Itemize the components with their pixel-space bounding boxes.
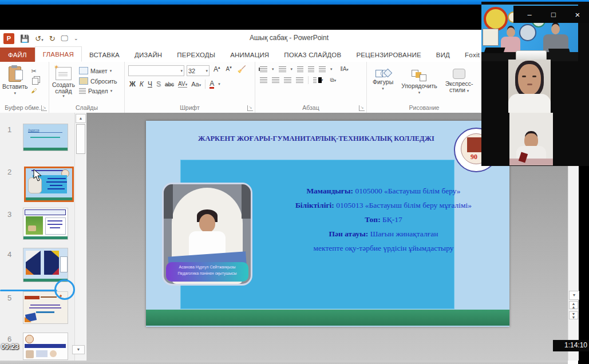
new-slide-button[interactable]: Создать слайд▾ — [52, 64, 75, 98]
thumb-scroll-thumb[interactable] — [76, 124, 85, 154]
thumb-scroll-up-icon[interactable]: ▲ — [76, 114, 86, 123]
photo-caption: Асанова Нұргүл Сейтжанқызы Педагогика пә… — [166, 262, 248, 282]
copy-icon[interactable] — [32, 78, 38, 85]
thumbnail-scrollbar[interactable]: ▲ — [74, 113, 85, 361]
paste-icon — [9, 66, 21, 82]
text-shadow-button[interactable]: S — [156, 80, 161, 88]
slide-thumb-4[interactable] — [23, 248, 68, 282]
italic-button[interactable]: К — [140, 80, 144, 88]
smartart-icon[interactable]: ⧉▾ — [330, 77, 337, 84]
tab-transitions[interactable]: ПЕРЕХОДЫ — [169, 48, 223, 62]
annotation-line — [0, 290, 57, 291]
maximize-button[interactable]: □ — [548, 10, 559, 19]
thumb1-title: Аңдатпа — [28, 128, 39, 132]
bold-button[interactable]: Ж — [129, 80, 136, 88]
slide-line-3: Топ: БҚ-17 — [260, 215, 507, 224]
participant2-desk — [509, 159, 553, 165]
change-case-button[interactable]: Aa▾ — [191, 81, 201, 88]
clipboard-dialog-launcher[interactable]: ↘ — [41, 105, 47, 111]
thumb-number-1: 1 — [7, 125, 11, 134]
justify-icon[interactable] — [296, 77, 303, 83]
font-dialog-launcher[interactable]: ↘ — [247, 105, 253, 111]
close-button[interactable]: × — [572, 10, 583, 19]
video-feed-participant-1 — [508, 60, 551, 113]
tab-view[interactable]: ВИД — [429, 48, 457, 62]
thumb-number-3: 3 — [7, 210, 11, 219]
recording-clock-overlay: 09:23 — [1, 343, 19, 351]
building-emblem — [483, 29, 499, 46]
align-center-icon[interactable] — [272, 77, 279, 83]
align-right-icon[interactable] — [284, 77, 291, 83]
increase-indent-icon[interactable] — [308, 66, 314, 72]
arrange-button[interactable]: Упорядочить▾ — [401, 65, 437, 95]
group-label-drawing: Рисование — [367, 104, 481, 111]
tab-design[interactable]: ДИЗАЙН — [127, 48, 169, 62]
tab-home[interactable]: ГЛАВНАЯ — [35, 46, 82, 62]
clear-formatting-icon[interactable]: 🧹 — [236, 65, 248, 76]
notes-splitter[interactable] — [0, 361, 568, 364]
font-name-combo[interactable]: ▾ — [128, 65, 184, 76]
slide-line-2: Біліктілігі: 0105013 «Бастауыш білім бер… — [260, 201, 507, 210]
tab-file[interactable]: ФАЙЛ — [0, 48, 35, 62]
underline-button[interactable]: Ч — [148, 80, 152, 88]
text-direction-icon[interactable]: ‖A▾ — [341, 66, 349, 72]
columns-icon[interactable] — [313, 77, 317, 83]
section-button[interactable]: Раздел▾ — [79, 88, 117, 94]
scroll-down-icon[interactable]: ▼ — [569, 291, 579, 300]
strikethrough-button[interactable]: abc — [165, 81, 174, 88]
next-slide-button[interactable]: ▼▼ — [569, 311, 578, 319]
char-spacing-button[interactable]: AV▾ — [178, 81, 187, 88]
bullets-icon[interactable] — [260, 66, 267, 72]
new-slide-icon — [56, 67, 72, 80]
minimize-button[interactable]: – — [524, 10, 535, 19]
decrease-indent-icon[interactable] — [297, 66, 303, 72]
format-painter-icon[interactable]: 🖌 — [31, 88, 38, 94]
person-right-head — [551, 24, 560, 34]
slide-title: ЖАРКЕНТ ЖОҒАРЫ-ГУМАНИТАРЛЫҚ-ТЕХНИКАЛЫҚ К… — [169, 134, 464, 143]
group-paragraph: ▾ ▾ ▾ ‖A▾ ▾ ⧉▾ Абзац ↘ — [255, 62, 367, 113]
cut-icon[interactable]: ✂ — [31, 68, 38, 75]
tab-insert[interactable]: ВСТАВКА — [82, 48, 127, 62]
quick-styles-button[interactable]: Экспресс- стили ▾ — [445, 65, 473, 95]
font-size-combo[interactable]: 32▾ — [187, 65, 209, 76]
video-call-titlebar: – □ × — [513, 6, 589, 23]
slide-thumb-3[interactable] — [23, 208, 68, 240]
grow-font-button[interactable]: А▴ — [212, 65, 222, 76]
group-font: ▾ 32▾ А▴ А▾ 🧹 Ж К Ч S abc AV▾ Aa▾ А▾ — [125, 62, 255, 113]
tab-review[interactable]: РЕЦЕНЗИРОВАНИЕ — [349, 48, 428, 62]
participant1-face — [518, 64, 541, 95]
section-icon — [79, 88, 86, 94]
paste-button[interactable]: Вставить▾ — [2, 63, 28, 96]
thumb-number-5: 5 — [7, 294, 11, 302]
emblem-circle-1 — [484, 7, 508, 31]
slide-thumb-2-selected[interactable] — [24, 167, 74, 202]
line-spacing-icon[interactable] — [319, 66, 326, 72]
shapes-button[interactable]: Фигуры▾ — [373, 65, 393, 95]
font-color-button[interactable]: А — [209, 80, 214, 89]
screen: P 💾 ↺▾ ↻ 🖵 ⌄ Ашық сабақ - PowerPoint ФАЙ… — [0, 0, 589, 364]
slide-thumb-1[interactable]: Аңдатпа — [23, 124, 68, 151]
numbering-icon[interactable] — [279, 66, 286, 72]
previous-slide-button[interactable]: ▲▲ — [569, 301, 578, 309]
emblem-circle-5 — [519, 24, 536, 41]
video-feed-participant-2 — [509, 113, 553, 165]
participant1-shirt — [508, 94, 551, 113]
tab-slideshow[interactable]: ПОКАЗ СЛАЙДОВ — [276, 48, 349, 62]
quick-styles-icon — [453, 69, 465, 79]
annotation-circle — [54, 279, 75, 300]
slide-thumb-6[interactable] — [23, 333, 68, 360]
paragraph-dialog-launcher[interactable]: ↘ — [359, 105, 365, 111]
thumb-number-2: 2 — [7, 168, 11, 176]
teacher-photo: Асанова Нұргүл Сейтжанқызы Педагогика пә… — [162, 183, 252, 286]
slide[interactable]: ЖАРКЕНТ ЖОҒАРЫ-ГУМАНИТАРЛЫҚ-ТЕХНИКАЛЫҚ К… — [146, 121, 509, 327]
shrink-font-button[interactable]: А▾ — [224, 65, 234, 76]
reset-button[interactable]: Сбросить — [79, 77, 117, 85]
group-slides: Создать слайд▾ Макет▾ Сбросить Раздел▾ С… — [49, 62, 125, 113]
person-left-head — [507, 27, 515, 37]
align-left-icon[interactable] — [260, 77, 267, 83]
arrange-icon — [412, 69, 426, 81]
tab-animations[interactable]: АНИМАЦИЯ — [223, 48, 276, 62]
slide-line-4: Пән атауы: Шағын жинақталған — [260, 230, 507, 239]
layout-button[interactable]: Макет▾ — [79, 67, 117, 74]
collapse-panel-button[interactable]: ▼ — [72, 345, 85, 354]
